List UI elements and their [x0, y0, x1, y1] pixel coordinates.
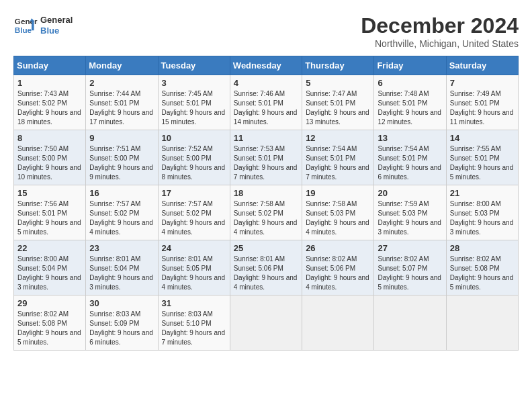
day-info: Sunrise: 8:03 AM Sunset: 5:09 PM Dayligh…: [89, 310, 154, 347]
day-info: Sunrise: 7:56 AM Sunset: 5:01 PM Dayligh…: [17, 199, 82, 237]
calendar-cell: 16Sunrise: 7:57 AM Sunset: 5:02 PM Dayli…: [86, 185, 158, 240]
day-info: Sunrise: 7:53 AM Sunset: 5:01 PM Dayligh…: [234, 144, 298, 182]
month-title: December 2024: [361, 13, 519, 38]
calendar-cell: 13Sunrise: 7:54 AM Sunset: 5:01 PM Dayli…: [374, 130, 446, 185]
day-info: Sunrise: 7:58 AM Sunset: 5:03 PM Dayligh…: [306, 199, 370, 237]
day-number: 5: [306, 78, 370, 88]
calendar-cell: 26Sunrise: 8:02 AM Sunset: 5:06 PM Dayli…: [302, 240, 374, 295]
page-header: General Blue General Blue December 2024 …: [13, 13, 519, 49]
day-info: Sunrise: 8:03 AM Sunset: 5:10 PM Dayligh…: [162, 310, 226, 347]
logo-line1: General: [40, 15, 73, 26]
calendar-cell: 24Sunrise: 8:01 AM Sunset: 5:05 PM Dayli…: [158, 240, 230, 295]
day-number: 23: [89, 243, 154, 253]
calendar-cell: 12Sunrise: 7:54 AM Sunset: 5:01 PM Dayli…: [302, 130, 374, 185]
day-info: Sunrise: 7:44 AM Sunset: 5:01 PM Dayligh…: [89, 89, 154, 127]
calendar-cell: [446, 295, 518, 351]
location: Northville, Michigan, United States: [361, 38, 519, 49]
day-number: 12: [306, 133, 370, 143]
calendar-cell: 27Sunrise: 8:02 AM Sunset: 5:07 PM Dayli…: [374, 240, 446, 295]
day-info: Sunrise: 8:02 AM Sunset: 5:06 PM Dayligh…: [306, 255, 370, 292]
calendar-cell: 23Sunrise: 8:01 AM Sunset: 5:04 PM Dayli…: [86, 240, 158, 295]
day-number: 19: [306, 188, 370, 198]
day-info: Sunrise: 7:45 AM Sunset: 5:01 PM Dayligh…: [162, 89, 226, 127]
day-number: 10: [162, 133, 226, 143]
day-number: 26: [306, 243, 370, 253]
title-block: December 2024 Northville, Michigan, Unit…: [361, 13, 519, 49]
day-number: 31: [162, 298, 226, 308]
day-info: Sunrise: 7:54 AM Sunset: 5:01 PM Dayligh…: [306, 144, 370, 182]
logo-text: General Blue: [40, 15, 73, 36]
day-number: 27: [378, 243, 442, 253]
calendar-cell: [374, 295, 446, 351]
day-info: Sunrise: 8:02 AM Sunset: 5:08 PM Dayligh…: [17, 310, 82, 347]
day-info: Sunrise: 7:47 AM Sunset: 5:01 PM Dayligh…: [306, 89, 370, 127]
calendar-cell: 2Sunrise: 7:44 AM Sunset: 5:01 PM Daylig…: [86, 75, 158, 130]
calendar-cell: 11Sunrise: 7:53 AM Sunset: 5:01 PM Dayli…: [230, 130, 302, 185]
day-number: 8: [17, 133, 82, 143]
day-info: Sunrise: 7:58 AM Sunset: 5:02 PM Dayligh…: [234, 199, 298, 237]
day-number: 13: [378, 133, 442, 143]
calendar-cell: 15Sunrise: 7:56 AM Sunset: 5:01 PM Dayli…: [14, 185, 86, 240]
day-info: Sunrise: 7:50 AM Sunset: 5:00 PM Dayligh…: [17, 144, 82, 182]
week-row-4: 22Sunrise: 8:00 AM Sunset: 5:04 PM Dayli…: [14, 240, 519, 295]
day-info: Sunrise: 7:57 AM Sunset: 5:02 PM Dayligh…: [89, 199, 154, 237]
calendar-cell: 28Sunrise: 8:02 AM Sunset: 5:08 PM Dayli…: [446, 240, 518, 295]
calendar-cell: 8Sunrise: 7:50 AM Sunset: 5:00 PM Daylig…: [14, 130, 86, 185]
day-number: 15: [17, 188, 82, 198]
day-header-tuesday: Tuesday: [158, 56, 230, 75]
day-number: 20: [378, 188, 442, 198]
day-info: Sunrise: 7:49 AM Sunset: 5:01 PM Dayligh…: [450, 89, 515, 127]
day-header-sunday: Sunday: [14, 56, 86, 75]
calendar-cell: 7Sunrise: 7:49 AM Sunset: 5:01 PM Daylig…: [446, 75, 518, 130]
day-info: Sunrise: 7:59 AM Sunset: 5:03 PM Dayligh…: [378, 199, 442, 237]
calendar-cell: 19Sunrise: 7:58 AM Sunset: 5:03 PM Dayli…: [302, 185, 374, 240]
calendar-cell: [302, 295, 374, 351]
calendar-cell: 14Sunrise: 7:55 AM Sunset: 5:01 PM Dayli…: [446, 130, 518, 185]
day-number: 7: [450, 78, 515, 88]
day-number: 21: [450, 188, 515, 198]
calendar-cell: 25Sunrise: 8:01 AM Sunset: 5:06 PM Dayli…: [230, 240, 302, 295]
day-header-wednesday: Wednesday: [230, 56, 302, 75]
calendar-cell: 18Sunrise: 7:58 AM Sunset: 5:02 PM Dayli…: [230, 185, 302, 240]
day-number: 6: [378, 78, 442, 88]
day-info: Sunrise: 7:57 AM Sunset: 5:02 PM Dayligh…: [162, 199, 226, 237]
calendar-cell: 5Sunrise: 7:47 AM Sunset: 5:01 PM Daylig…: [302, 75, 374, 130]
calendar-cell: 30Sunrise: 8:03 AM Sunset: 5:09 PM Dayli…: [86, 295, 158, 351]
day-number: 22: [17, 243, 82, 253]
calendar-cell: 20Sunrise: 7:59 AM Sunset: 5:03 PM Dayli…: [374, 185, 446, 240]
calendar-header-row: SundayMondayTuesdayWednesdayThursdayFrid…: [14, 56, 519, 75]
day-number: 24: [162, 243, 226, 253]
logo: General Blue General Blue: [13, 13, 73, 38]
day-number: 28: [450, 243, 515, 253]
calendar-cell: 6Sunrise: 7:48 AM Sunset: 5:01 PM Daylig…: [374, 75, 446, 130]
day-number: 4: [234, 78, 298, 88]
day-header-saturday: Saturday: [446, 56, 518, 75]
day-header-thursday: Thursday: [302, 56, 374, 75]
day-number: 1: [17, 78, 82, 88]
day-number: 18: [234, 188, 298, 198]
calendar-table: SundayMondayTuesdayWednesdayThursdayFrid…: [13, 56, 519, 351]
day-header-friday: Friday: [374, 56, 446, 75]
day-number: 25: [234, 243, 298, 253]
week-row-5: 29Sunrise: 8:02 AM Sunset: 5:08 PM Dayli…: [14, 295, 519, 351]
day-info: Sunrise: 8:02 AM Sunset: 5:08 PM Dayligh…: [450, 255, 515, 292]
day-info: Sunrise: 7:51 AM Sunset: 5:00 PM Dayligh…: [89, 144, 154, 182]
calendar-cell: 21Sunrise: 8:00 AM Sunset: 5:03 PM Dayli…: [446, 185, 518, 240]
week-row-1: 1Sunrise: 7:43 AM Sunset: 5:02 PM Daylig…: [14, 75, 519, 130]
day-info: Sunrise: 8:01 AM Sunset: 5:05 PM Dayligh…: [162, 255, 226, 292]
day-number: 29: [17, 298, 82, 308]
day-info: Sunrise: 8:02 AM Sunset: 5:07 PM Dayligh…: [378, 255, 442, 292]
day-number: 11: [234, 133, 298, 143]
day-number: 3: [162, 78, 226, 88]
day-number: 16: [89, 188, 154, 198]
day-header-monday: Monday: [86, 56, 158, 75]
svg-text:Blue: Blue: [15, 26, 32, 34]
day-number: 14: [450, 133, 515, 143]
day-info: Sunrise: 7:43 AM Sunset: 5:02 PM Dayligh…: [17, 89, 82, 127]
day-info: Sunrise: 8:01 AM Sunset: 5:06 PM Dayligh…: [234, 255, 298, 292]
calendar-cell: 10Sunrise: 7:52 AM Sunset: 5:00 PM Dayli…: [158, 130, 230, 185]
calendar-cell: 4Sunrise: 7:46 AM Sunset: 5:01 PM Daylig…: [230, 75, 302, 130]
day-info: Sunrise: 7:52 AM Sunset: 5:00 PM Dayligh…: [162, 144, 226, 182]
calendar-cell: 3Sunrise: 7:45 AM Sunset: 5:01 PM Daylig…: [158, 75, 230, 130]
day-number: 17: [162, 188, 226, 198]
